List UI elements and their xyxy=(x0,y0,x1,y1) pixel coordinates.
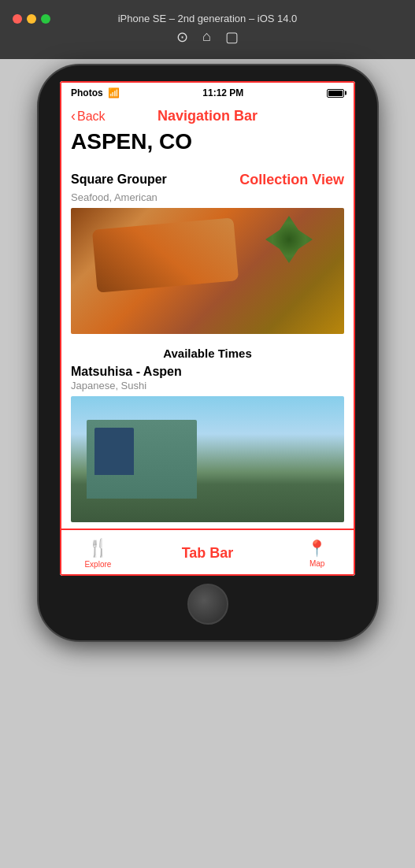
minimize-button[interactable] xyxy=(27,14,36,24)
restaurant1-image xyxy=(71,208,344,334)
status-left: Photos 📶 xyxy=(71,87,120,98)
photos-label: Photos xyxy=(71,87,103,98)
back-button[interactable]: ‹ Back xyxy=(71,108,106,124)
battery-icon xyxy=(327,89,344,98)
close-button[interactable] xyxy=(13,14,22,24)
traffic-lights xyxy=(13,14,50,24)
status-right xyxy=(327,89,344,98)
wifi-icon: 📶 xyxy=(108,87,120,98)
title-bar: iPhone SE – 2nd generation – iOS 14.0 ⊙ … xyxy=(0,0,415,59)
map-label: Map xyxy=(309,559,324,568)
nav-bar-title: Navigation Bar xyxy=(157,108,258,124)
status-time: 11:12 PM xyxy=(202,87,243,98)
collection-view: Square Grouper Collection View Seafood, … xyxy=(60,165,355,529)
iphone-screen: Photos 📶 11:12 PM ‹ Back Navigation Bar … xyxy=(60,81,355,576)
home-button[interactable] xyxy=(187,584,228,625)
tab-explore[interactable]: 🍴 Explore xyxy=(61,538,135,569)
restaurant2-cuisine: Japanese, Sushi xyxy=(71,380,344,391)
restaurant1-item[interactable]: Seafood, American xyxy=(61,191,354,340)
food-photo-1 xyxy=(71,208,344,334)
page-title: ASPEN, CO xyxy=(71,126,344,159)
status-bar: Photos 📶 11:12 PM xyxy=(60,81,355,103)
explore-label: Explore xyxy=(84,560,111,569)
map-icon: 📍 xyxy=(307,539,327,558)
home-icon[interactable]: ⌂ xyxy=(202,28,211,46)
restaurant1-cuisine: Seafood, American xyxy=(71,191,344,203)
restaurant2-image xyxy=(71,396,344,522)
phone-bezel: Photos 📶 11:12 PM ‹ Back Navigation Bar … xyxy=(39,65,377,640)
available-times-label: Available Times xyxy=(61,340,354,365)
camera-icon[interactable]: ⊙ xyxy=(176,28,188,46)
chevron-left-icon: ‹ xyxy=(71,108,76,124)
restaurant1-name: Square Grouper xyxy=(71,172,167,187)
restaurant2-name: Matsuhisa - Aspen xyxy=(71,365,344,379)
toolbar: ⊙ ⌂ ▢ xyxy=(176,28,239,46)
square-icon[interactable]: ▢ xyxy=(225,28,239,46)
restaurant2-item[interactable]: Matsuhisa - Aspen Japanese, Sushi xyxy=(61,365,354,529)
tab-bar-title: Tab Bar xyxy=(135,545,281,562)
tab-map[interactable]: 📍 Map xyxy=(280,539,354,568)
explore-icon: 🍴 xyxy=(87,538,109,558)
maximize-button[interactable] xyxy=(41,14,50,24)
window-title: iPhone SE – 2nd generation – iOS 14.0 xyxy=(118,13,298,24)
tab-bar: 🍴 Explore Tab Bar 📍 Map xyxy=(60,529,355,576)
back-label: Back xyxy=(77,109,106,124)
navigation-bar: ‹ Back Navigation Bar ASPEN, CO xyxy=(60,103,355,165)
building-photo xyxy=(71,396,344,522)
collection-header: Square Grouper Collection View xyxy=(61,165,354,191)
collection-view-label: Collection View xyxy=(239,172,344,188)
